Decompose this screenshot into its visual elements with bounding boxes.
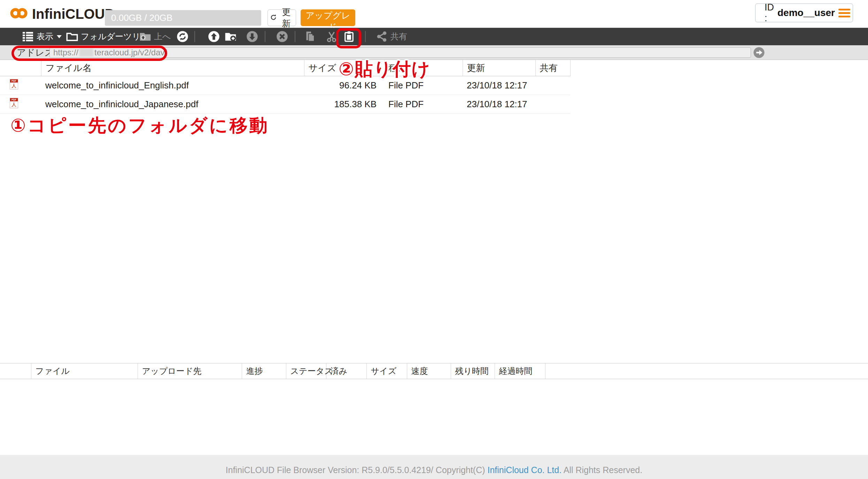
- upload-icon: [208, 30, 220, 43]
- transfer-table: ファイル アップロード先 進捗 ステータス 済み サイズ 速度 残り時間 経過時…: [0, 363, 545, 379]
- transfer-col-progress: 進捗: [242, 363, 286, 379]
- refresh-circle-icon: [176, 30, 189, 43]
- view-list-icon: [22, 30, 34, 43]
- cut-icon: [325, 30, 338, 43]
- paste-button-wrap: [338, 28, 360, 45]
- file-row[interactable]: PDF welcome_to_infinicloud_Japanese.pdf …: [0, 95, 570, 114]
- transfer-col-blank: [0, 363, 31, 379]
- storage-meter-label: 0.00GB / 20GB: [111, 13, 172, 23]
- hamburger-menu-icon[interactable]: [838, 9, 850, 17]
- transfer-col-size: サイズ: [366, 363, 407, 379]
- file-list-header-row: ファイル名 サイズ 種類 更新 共有: [0, 60, 570, 76]
- address-input[interactable]: https:// teracloud.jp/v2/dav/: [49, 47, 751, 58]
- account-menu-button[interactable]: ID : demo__user: [755, 3, 853, 22]
- file-name[interactable]: welcome_to_infinicloud_English.pdf: [41, 76, 304, 95]
- paste-icon: [343, 30, 355, 43]
- file-share: [535, 95, 570, 114]
- upload-button[interactable]: [206, 28, 222, 45]
- transfer-header-row: ファイル アップロード先 進捗 ステータス 済み サイズ 速度 残り時間 経過時…: [0, 363, 545, 379]
- footer-rights-text: All Rights Reserved.: [561, 465, 642, 475]
- view-button-label: 表示: [37, 31, 53, 42]
- refresh-quota-button[interactable]: 更新: [268, 9, 296, 26]
- folder-plus-icon: [224, 30, 237, 43]
- transfer-col-done: 済み: [326, 363, 366, 379]
- transfer-col-elapsed: 経過時間: [495, 363, 545, 379]
- transfer-col-remaining: 残り時間: [451, 363, 495, 379]
- logo: InfiniCLOUD: [9, 0, 115, 28]
- censored-text-blur: [79, 49, 93, 56]
- new-folder-button[interactable]: [222, 28, 239, 45]
- infinicloud-file-browser: InfiniCLOUD 0.00GB / 20GB 更新 アップグレード ID …: [0, 0, 868, 479]
- transfer-col-status: ステータス: [286, 363, 326, 379]
- up-button[interactable]: 上へ: [137, 28, 173, 45]
- column-header-type[interactable]: 種類: [384, 60, 463, 76]
- toolbar: 表示 フォルダーツリー 上へ: [0, 28, 868, 45]
- file-icon-cell: PDF: [0, 95, 41, 114]
- file-type: File PDF: [384, 76, 463, 95]
- go-button[interactable]: [753, 47, 765, 58]
- storage-meter: 0.00GB / 20GB: [105, 10, 261, 26]
- file-size: 96.24 KB: [304, 76, 384, 95]
- paste-button[interactable]: [341, 28, 357, 45]
- column-header-share[interactable]: 共有: [535, 60, 570, 76]
- transfer-panel: ファイル アップロード先 進捗 ステータス 済み サイズ 速度 残り時間 経過時…: [0, 363, 868, 379]
- refresh-button-label: 更新: [279, 6, 294, 29]
- cancel-icon: [276, 30, 288, 43]
- file-icon-cell: PDF: [0, 76, 41, 95]
- file-list-table: ファイル名 サイズ 種類 更新 共有 PDF welcome_to_infini…: [0, 60, 571, 114]
- footer-company-link[interactable]: InfiniCloud Co. Ltd.: [488, 465, 562, 475]
- column-header-icon[interactable]: [0, 60, 41, 76]
- share-button[interactable]: 共有: [373, 28, 409, 45]
- toolbar-separator: [365, 31, 366, 42]
- download-icon: [246, 30, 258, 43]
- transfer-col-speed: 速度: [407, 363, 451, 379]
- annotation-step1-text: ①コピー先のフォルダに移動: [10, 113, 269, 138]
- transfer-col-destination: アップロード先: [138, 363, 242, 379]
- column-header-size[interactable]: サイズ: [304, 60, 384, 76]
- up-button-label: 上へ: [154, 31, 171, 42]
- upgrade-button[interactable]: アップグレード: [301, 9, 355, 26]
- share-button-label: 共有: [390, 31, 407, 42]
- folder-icon: [66, 30, 78, 43]
- file-type: File PDF: [384, 95, 463, 114]
- address-url-suffix: teracloud.jp/v2/dav/: [94, 48, 167, 57]
- refresh-files-button[interactable]: [174, 28, 191, 45]
- refresh-icon: [270, 13, 277, 23]
- transfer-col-file: ファイル: [31, 363, 138, 379]
- file-name[interactable]: welcome_to_infinicloud_Japanese.pdf: [41, 95, 304, 114]
- copy-button[interactable]: [302, 28, 318, 45]
- caret-down-icon: [57, 35, 62, 38]
- view-button[interactable]: 表示: [20, 28, 64, 45]
- infinity-logo-icon: [9, 5, 29, 23]
- share-icon: [375, 30, 388, 43]
- toolbar-separator: [295, 31, 295, 42]
- cancel-button[interactable]: [274, 28, 290, 45]
- toolbar-separator: [194, 31, 195, 42]
- copy-icon: [304, 30, 316, 43]
- column-header-name[interactable]: ファイル名: [41, 60, 304, 76]
- account-id-label: ID :: [765, 2, 774, 24]
- top-bar: InfiniCLOUD 0.00GB / 20GB 更新 アップグレード ID …: [0, 0, 868, 28]
- footer-version-text: InfiniCLOUD File Browser Version: R5.9.0…: [226, 465, 488, 475]
- logo-text: InfiniCLOUD: [32, 6, 115, 22]
- footer: InfiniCLOUD File Browser Version: R5.9.0…: [0, 455, 868, 479]
- column-header-updated[interactable]: 更新: [463, 60, 535, 76]
- address-bar: アドレス: https:// teracloud.jp/v2/dav/: [0, 45, 868, 60]
- file-updated: 23/10/18 12:17: [463, 95, 535, 114]
- download-button[interactable]: [244, 28, 261, 45]
- file-share: [535, 76, 570, 95]
- toolbar-separator: [265, 31, 265, 42]
- file-updated: 23/10/18 12:17: [463, 76, 535, 95]
- account-id-value: demo__user: [777, 7, 835, 18]
- file-row[interactable]: PDF welcome_to_infinicloud_English.pdf 9…: [0, 76, 570, 95]
- address-url-prefix: https://: [53, 48, 78, 57]
- folder-up-icon: [139, 30, 152, 43]
- file-size: 185.38 KB: [304, 95, 384, 114]
- cut-button[interactable]: [323, 28, 340, 45]
- pdf-file-icon: PDF: [10, 98, 18, 108]
- pdf-file-icon: PDF: [10, 79, 18, 89]
